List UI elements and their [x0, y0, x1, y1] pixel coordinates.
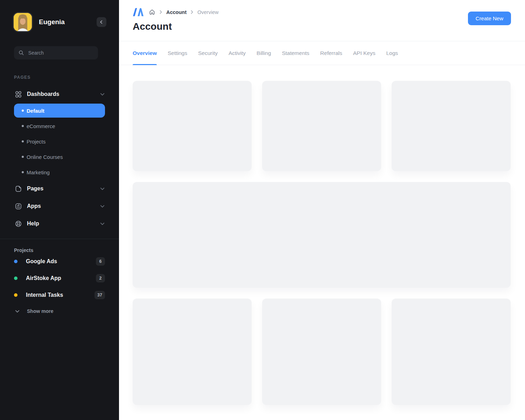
sidebar-item-ecommerce[interactable]: eCommerce — [14, 118, 105, 134]
chevron-right-icon — [190, 10, 194, 14]
tab-statements[interactable]: Statements — [282, 41, 309, 65]
bullet-dot — [22, 110, 24, 112]
tab-bar: Overview Settings Security Activity Bill… — [119, 41, 525, 65]
sidebar-item-label: eCommerce — [27, 123, 55, 129]
bullet-dot — [22, 171, 24, 173]
bullet-dot — [22, 125, 24, 127]
placeholder-card-wide — [133, 182, 511, 288]
count-badge: 6 — [96, 257, 105, 266]
avatar-image — [14, 13, 32, 31]
content-area — [119, 65, 525, 419]
bullet-dot — [22, 140, 24, 142]
sidebar-item-dashboards[interactable]: Dashboards — [14, 85, 105, 103]
show-more-button[interactable]: Show more — [14, 303, 105, 319]
tab-settings[interactable]: Settings — [168, 41, 187, 65]
search-input[interactable] — [28, 50, 93, 56]
placeholder-card — [392, 299, 511, 405]
tab-api-keys[interactable]: API Keys — [353, 41, 376, 65]
app-logo-icon — [133, 7, 144, 17]
projects-section: Projects Google Ads 6 AirStoke App 2 Int… — [0, 239, 119, 319]
lifebuoy-icon — [14, 220, 22, 227]
project-dot — [14, 276, 18, 280]
grid-icon — [14, 91, 22, 98]
bullet-dot — [22, 156, 24, 158]
count-badge: 2 — [96, 274, 105, 282]
sidebar-item-label: Pages — [27, 186, 43, 192]
tab-billing[interactable]: Billing — [257, 41, 271, 65]
project-name: Google Ads — [26, 258, 57, 265]
sidebar-item-apps[interactable]: Apps — [14, 197, 105, 215]
project-item-internal-tasks[interactable]: Internal Tasks 37 — [14, 287, 105, 303]
user-profile: Eugenia — [13, 12, 106, 32]
projects-section-label: Projects — [14, 247, 105, 253]
project-name: Internal Tasks — [26, 292, 63, 298]
tab-activity[interactable]: Activity — [229, 41, 246, 65]
sidebar-item-pages[interactable]: Pages — [14, 180, 105, 197]
sidebar-item-label: Marketing — [27, 169, 50, 175]
project-dot — [14, 260, 18, 263]
chevron-left-icon — [99, 20, 104, 24]
main-content: Account Overview Account Create New Over… — [119, 0, 525, 420]
project-item-google-ads[interactable]: Google Ads 6 — [14, 253, 105, 270]
chevron-right-icon — [159, 10, 163, 14]
chevron-down-icon — [100, 221, 105, 226]
sidebar-nav: Dashboards Default eCommerce Projects On… — [0, 85, 119, 232]
sidebar-collapse-button[interactable] — [97, 17, 106, 27]
user-name: Eugenia — [39, 18, 65, 26]
sidebar: Eugenia PAGES Dashboards Default eCommer… — [0, 0, 119, 420]
page-header: Account Overview Account Create New — [119, 0, 525, 41]
tab-overview[interactable]: Overview — [133, 41, 157, 65]
search-icon — [19, 50, 24, 56]
project-dot — [14, 293, 18, 297]
tab-referrals[interactable]: Referrals — [320, 41, 342, 65]
chevron-down-icon — [15, 309, 20, 314]
chevron-down-icon — [100, 204, 105, 209]
pages-section-label: PAGES — [14, 75, 105, 80]
card-row-middle — [133, 182, 511, 288]
sidebar-item-default[interactable]: Default — [14, 104, 105, 118]
placeholder-card — [133, 299, 252, 405]
placeholder-card — [133, 81, 252, 171]
sidebar-item-marketing[interactable]: Marketing — [14, 164, 105, 180]
sidebar-item-label: Default — [27, 108, 44, 114]
placeholder-card — [262, 81, 381, 171]
breadcrumb: Account Overview — [133, 7, 218, 17]
sidebar-item-label: Dashboards — [27, 91, 59, 97]
breadcrumb-account[interactable]: Account — [166, 9, 187, 15]
sidebar-item-label: Apps — [27, 203, 41, 209]
chart-icon — [14, 203, 22, 210]
sidebar-item-label: Online Courses — [27, 154, 63, 160]
create-new-button[interactable]: Create New — [468, 12, 511, 25]
sidebar-item-projects[interactable]: Projects — [14, 134, 105, 149]
tab-logs[interactable]: Logs — [386, 41, 398, 65]
chevron-down-icon — [100, 92, 105, 97]
show-more-label: Show more — [27, 308, 53, 314]
search-box[interactable] — [14, 46, 98, 59]
sidebar-item-online-courses[interactable]: Online Courses — [14, 149, 105, 164]
chevron-down-icon — [100, 186, 105, 191]
sidebar-item-help[interactable]: Help — [14, 215, 105, 232]
placeholder-card — [392, 81, 511, 171]
avatar[interactable] — [13, 12, 33, 32]
placeholder-card — [262, 299, 381, 405]
sidebar-item-label: Help — [27, 220, 39, 227]
page-icon — [14, 185, 22, 192]
page-title: Account — [133, 21, 218, 32]
project-item-airstoke-app[interactable]: AirStoke App 2 — [14, 270, 105, 287]
card-row-top — [133, 81, 511, 171]
count-badge: 37 — [94, 291, 105, 299]
home-icon[interactable] — [149, 9, 155, 15]
tab-security[interactable]: Security — [198, 41, 218, 65]
breadcrumb-overview[interactable]: Overview — [197, 9, 218, 15]
project-name: AirStoke App — [26, 275, 61, 281]
card-row-bottom — [133, 299, 511, 405]
sidebar-item-label: Projects — [27, 139, 46, 145]
